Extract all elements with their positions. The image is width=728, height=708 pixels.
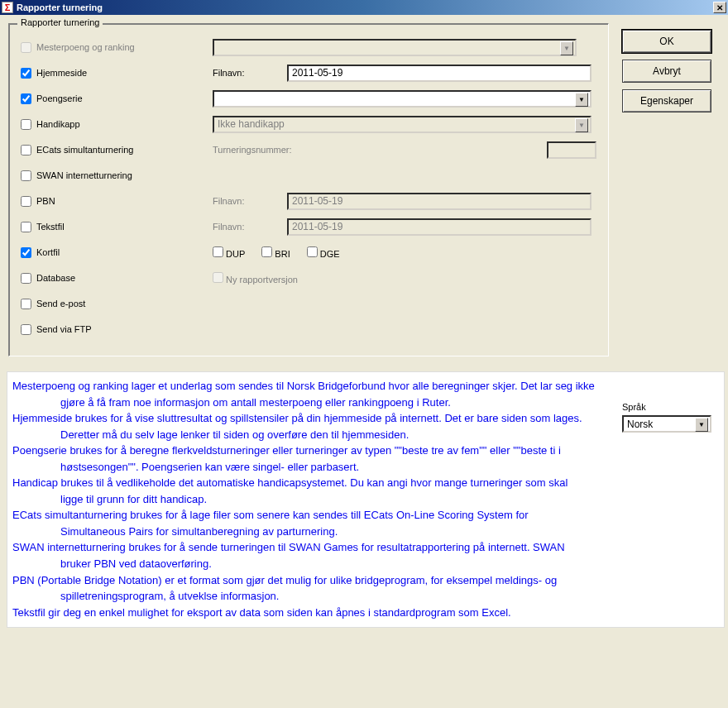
language-block: Språk Norsk ▼ [622,402,713,433]
dge-checkbox[interactable] [307,246,318,257]
masterpoints-label: Mesterpoeng og ranking [36,42,135,52]
app-icon: Σ [2,2,13,13]
help-line: ligge til grunn for ditt handicap. [12,492,719,507]
ftp-label: Send via FTP [36,324,92,334]
handicap-checkbox[interactable] [21,119,31,130]
masterpoints-checkbox [21,42,31,53]
masterpoints-combo: ▼ [213,39,577,56]
series-checkbox[interactable] [21,93,31,104]
ok-button[interactable]: OK [622,30,711,53]
help-line: ECats simultanturnering brukes for å lag… [12,508,719,523]
cardfile-checkbox[interactable] [21,247,31,258]
homepage-filename-label: Filnavn: [213,68,287,78]
help-line: Mesterpoeng og ranking lager et underlag… [12,379,719,394]
cancel-button[interactable]: Avbryt [622,60,711,83]
right-button-panel: OK Avbryt Egenskaper [609,18,720,112]
help-line: bruker PBN ved dataoverføring. [12,557,719,572]
help-line: Poengserie brukes for å beregne flerkvel… [12,443,719,458]
ftp-checkbox[interactable] [21,324,31,335]
language-combo[interactable]: Norsk ▼ [622,415,711,433]
chevron-down-icon: ▼ [560,41,573,55]
pbn-filename-label: Filnavn: [213,196,287,206]
window-title: Rapporter turnering [17,2,103,12]
textfile-checkbox[interactable] [21,222,31,232]
help-line: Tekstfil gir deg en enkel mulighet for e… [12,605,719,620]
help-line: SWAN internetturnering brukes for å send… [12,540,719,555]
pbn-checkbox[interactable] [21,196,31,207]
homepage-filename-input[interactable] [287,65,592,82]
homepage-label: Hjemmeside [36,68,87,78]
chevron-down-icon: ▼ [575,118,588,132]
dup-label: DUP [226,249,245,259]
textfile-filename-input [287,218,592,236]
report-tournament-group: Rapporter turnering Mesterpoeng og ranki… [8,23,609,356]
bri-checkbox[interactable] [261,246,272,257]
help-text-panel: Mesterpoeng og ranking lager et underlag… [7,371,725,628]
database-label: Database [36,273,75,283]
dge-label: DGE [320,249,340,259]
pbn-filename-input [287,193,592,210]
handicap-combo: Ikke handikapp ▼ [213,116,592,133]
help-line: Handicap brukes til å vedlikeholde det a… [12,476,719,490]
swan-label: SWAN internetturnering [36,170,132,180]
bri-label: BRI [275,249,290,259]
ecats-number-label: Turneringsnummer: [213,145,345,155]
dialog-body: Rapporter turnering Mesterpoeng og ranki… [0,15,728,634]
help-line: PBN (Portable Bridge Notation) er et for… [12,573,719,588]
textfile-label: Tekstfil [36,222,65,232]
email-checkbox[interactable] [21,299,31,309]
pbn-label: PBN [36,196,55,206]
textfile-filename-label: Filnavn: [213,222,287,232]
close-icon[interactable]: ✕ [713,2,726,13]
newreport-checkbox [213,272,223,283]
ecats-number-input [547,141,596,159]
dup-checkbox[interactable] [213,246,223,257]
ecats-label: ECats simultanturnering [36,145,133,155]
handicap-combo-value: Ikke handikapp [218,118,285,130]
swan-checkbox[interactable] [21,170,31,181]
chevron-down-icon[interactable]: ▼ [695,418,708,432]
titlebar: Σ Rapporter turnering ✕ [0,0,728,15]
help-line: gjøre å få fram noe informasjon om antal… [12,395,719,410]
help-line: Simultaneous Pairs for simultanberegning… [12,524,719,539]
group-legend: Rapporter turnering [17,17,103,27]
newreport-label: Ny rapportversjon [226,275,298,285]
series-combo[interactable]: ▼ [213,90,592,108]
language-value: Norsk [627,419,653,430]
cardfile-label: Kortfil [36,247,60,257]
email-label: Send e-post [36,299,85,309]
help-line: Deretter må du selv lage lenker til side… [12,428,719,442]
language-label: Språk [622,402,713,412]
help-line: Hjemmeside brukes for å vise sluttresult… [12,411,719,426]
chevron-down-icon[interactable]: ▼ [575,93,588,107]
ecats-checkbox[interactable] [21,145,31,155]
series-label: Poengserie [36,93,83,103]
database-checkbox[interactable] [21,273,31,284]
help-line: høstsesongen"". Poengserien kan være sin… [12,460,719,475]
homepage-checkbox[interactable] [21,68,31,79]
handicap-label: Handikapp [36,119,80,129]
help-line: spilletreningsprogram, å utveklse inform… [12,589,719,604]
properties-button[interactable]: Egenskaper [622,89,711,112]
